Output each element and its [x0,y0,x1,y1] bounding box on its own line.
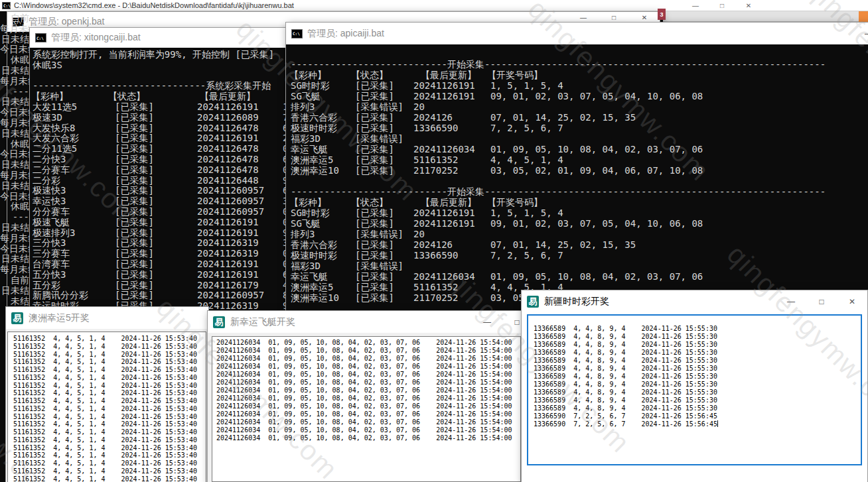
list-row: 13366589 4, 4, 8, 9, 4 2024-11-26 15:55:… [534,365,861,373]
main-cmd-title: C:\Windows\system32\cmd.exe - D:\BaiduNe… [14,1,294,9]
console-cell: ----------------------------开始采集--------… [291,59,826,70]
console-cell: [已采集] [355,239,394,250]
console-cell: 1, 5, 1, 5, 4 [490,208,563,218]
list-row: 13366589 4, 4, 8, 9, 4 2024-11-26 15:55:… [534,341,861,349]
apicaiji-title: 管理员: apicaiji.bat [307,28,384,40]
console-cell: [已采集] [355,144,394,154]
console-cell: 51161352 [413,154,458,165]
clipped-text-fragment: 日未结 [0,129,29,139]
column-headers: 【彩种】【状态】【最后更新】【开奖号码】 [286,197,868,208]
minimize-button[interactable]: — [472,311,502,333]
console-cell: 【最后更新】 [421,197,476,208]
console-cell: [已采集] [115,270,154,280]
clipped-text-fragment: 日未结 [0,254,29,265]
xinjiang-result-list[interactable]: 13366589 4, 4, 8, 9, 4 2024-11-26 15:55:… [527,314,862,465]
minimize-button[interactable]: — [568,12,599,23]
maximize-button[interactable]: □ [806,290,837,312]
console-cell: [已采集] [115,186,154,196]
clipped-text-fragment: 自前 [0,275,29,286]
feiting-title: 新幸运飞艇开奖 [230,316,295,328]
console-cell: 幸运飞艇 [291,271,328,282]
console-cell: 20241126478 [197,165,259,176]
console-cell: [已采集] [115,123,154,134]
console-cell: [已采集] [355,282,394,292]
console-cell: [已采集] [115,238,154,249]
feiting-result-list[interactable]: 20241126034 01, 09, 05, 10, 08, 04, 02, … [212,336,521,482]
console-cell: [已采集] [115,249,154,259]
clipped-text-fragment: 今日未结 [0,44,29,55]
feiting-titlebar[interactable]: 易 新幸运飞艇开奖 — □ [208,311,524,333]
aozhou-titlebar[interactable]: 易 澳洲幸运5开奖 [6,307,208,329]
lottery-row: 香港六合彩[已采集]202412607, 01, 14, 25, 02, 15,… [286,112,868,123]
list-row: 51161352 4, 4, 5, 1, 4 2024-11-26 15:53:… [13,397,206,405]
console-cell: [采集错误] [355,101,403,112]
console-cell: 20241126191 [413,80,475,91]
list-row: 20241126034 01, 09, 05, 10, 08, 04, 02, … [216,371,520,379]
console-cell: 【开奖号码】 [487,70,543,80]
console-cell: 大发六合彩 [33,133,79,144]
openkj-title: 管理员: openkj.bat [29,16,104,28]
feiting-body: 20241126034 01, 09, 05, 10, 08, 04, 02, … [208,333,524,482]
console-cell: 三分赛车 [33,249,70,259]
console-cell: 二分快3 [33,154,66,165]
desktop: C:\ C:\Windows\system32\cmd.exe - D:\Bai… [0,0,868,482]
console-cell: 20241126319 [197,249,259,259]
maximize-button[interactable]: □ [709,0,735,11]
minimize-button[interactable]: — [776,290,806,312]
console-cell: 【最后更新】 [421,70,476,80]
clipped-text-fragment: 休眠 [0,202,29,212]
lottery-row: 澳洲幸运10[已采集]2117025203, 05, 02, 01, 09, 0… [286,165,868,176]
close-button[interactable]: ✕ [735,0,762,11]
console-cell: ----------------------------开始采集--------… [291,186,826,197]
console-cell: 20241126191 [197,259,259,270]
console-cell: 20241126089 [197,113,259,123]
window-xinjiang-shishicai: 易 新疆时时彩开奖 — □ ✕ 13366589 4, 4, 8, 9, 4 2… [521,290,868,482]
console-cell: 【状态】 [351,70,388,80]
console-cell: 【最后更新】 [200,91,255,102]
console-cell: 01, 09, 05, 10, 08, 04, 02, 03, 07, 06 [490,271,703,282]
clipped-text-fragment: 日未结 [0,223,29,233]
blank-line [286,176,868,186]
close-button[interactable]: ✕ [837,290,867,312]
console-cell: 20241126191 [413,218,475,229]
xinjiang-titlebar[interactable]: 易 新疆时时彩开奖 — □ ✕ [522,290,867,312]
clipped-text-fragment: 今日未结 [0,107,29,118]
console-cell: [已采集] [355,154,394,165]
console-cell: 2024126 [413,239,453,250]
clipped-console-fragments: 自前每月未结日未结今日未结休眠日未结每月未结---日未结今日未结每月未结日未结休… [0,13,29,306]
console-cell: 二分11选5 [33,144,77,154]
console-cell: 20241126034 [413,144,475,154]
background-close-button[interactable] [859,11,868,22]
console-cell: 福彩3D [291,261,321,271]
clipped-text-fragment: --- [0,87,29,97]
clipped-text-fragment: 日未结 [0,181,29,192]
console-cell: 21170252 [413,292,458,303]
list-row: 13366589 4, 4, 8, 9, 4 2024-11-26 15:55:… [534,404,861,412]
console-cell: 03, 05, 02, 01, 09, 04, 06, 07, 10, 08 [490,165,703,176]
console-cell: 香港六合彩 [291,239,337,250]
console-cell: 09, 01, 02, 03, 07, 05, 04, 10, 06, 08 [490,91,703,101]
console-cell: 20241126191 [197,270,259,280]
close-button[interactable]: ✕ [629,12,660,23]
list-row: 20241126034 01, 09, 05, 10, 08, 04, 02, … [216,379,520,387]
clipped-text-fragment: 每月未结 [0,24,29,34]
console-cell: 五分快3 [33,270,66,280]
console-cell: [采集错误] [355,133,403,144]
list-row: 13366589 4, 4, 8, 9, 4 2024-11-26 15:55:… [534,381,861,389]
console-cell: 21170252 [413,165,458,176]
maximize-button[interactable]: □ [599,12,629,23]
apicaiji-titlebar[interactable]: C:\ 管理员: apicaiji.bat — [286,23,868,44]
console-cell: 202411260957 [197,186,264,196]
openkj-caption-buttons: — □ ✕ [568,12,660,23]
console-cell: 【状态】 [351,197,388,208]
minimize-button[interactable]: — [853,23,868,44]
minimize-button[interactable]: — [682,0,709,11]
aozhou-result-list[interactable]: 51161352 4, 4, 5, 1, 4 2024-11-26 15:53:… [7,331,206,482]
console-cell: [已采集] [355,271,394,282]
list-row: 20241126034 01, 09, 05, 10, 08, 04, 02, … [216,387,520,394]
aozhou-title: 澳洲幸运5开奖 [29,312,90,324]
console-cell: 新腾讯分分彩 [33,290,88,301]
lottery-row: 幸运飞艇[已采集]2024112603401, 09, 05, 10, 08, … [286,144,868,154]
text-caret [717,420,718,427]
console-cell: 【彩种】 [31,91,68,102]
